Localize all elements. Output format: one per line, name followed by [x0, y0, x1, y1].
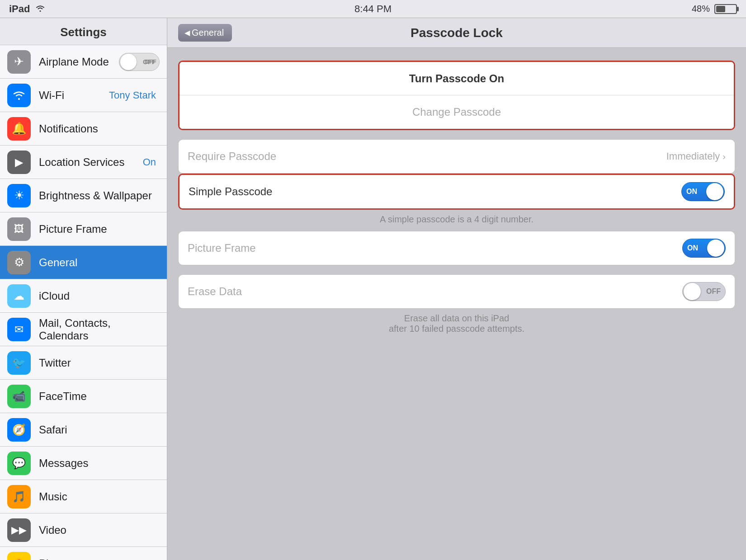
erase-data-knob: [684, 283, 701, 300]
messages-label: Messages: [39, 457, 160, 470]
sidebar-item-music[interactable]: 🎵 Music: [0, 480, 167, 513]
sidebar-item-safari[interactable]: 🧭 Safari: [0, 413, 167, 447]
picture-frame-settings-row[interactable]: Picture Frame ON: [179, 231, 735, 265]
content-title: Passcode Lock: [411, 26, 503, 40]
sidebar-title: Settings: [0, 18, 167, 45]
content-panel: General Passcode Lock Turn Passcode On C…: [167, 18, 746, 560]
sidebar: Settings ✈ Airplane Mode OFF Wi-Fi To: [0, 18, 167, 560]
content-body: Turn Passcode On Change Passcode Require…: [167, 48, 746, 560]
messages-icon: 💬: [7, 452, 31, 475]
twitter-icon: 🐦: [7, 351, 31, 375]
device-label: iPad: [9, 3, 30, 15]
sidebar-item-messages[interactable]: 💬 Messages: [0, 447, 167, 480]
mail-icon: ✉: [7, 318, 31, 341]
sidebar-item-photos[interactable]: 🌻 Photos: [0, 547, 167, 560]
brightness-label: Brightness & Wallpaper: [39, 189, 160, 202]
change-passcode-row[interactable]: Change Passcode: [179, 95, 734, 129]
picture-frame-settings-group: Picture Frame ON: [178, 231, 735, 265]
spacer1: [178, 130, 735, 139]
erase-data-desc-text: Erase all data on this iPadafter 10 fail…: [178, 309, 735, 340]
erase-data-label: Erase Data: [188, 285, 682, 298]
simple-passcode-group: Simple Passcode ON: [178, 174, 735, 210]
simple-passcode-label: Simple Passcode: [189, 185, 681, 198]
erase-data-toggle[interactable]: OFF: [682, 282, 726, 301]
require-passcode-row[interactable]: Require Passcode Immediately ›: [179, 140, 735, 173]
airplane-mode-label: Airplane Mode: [39, 56, 119, 68]
sidebar-item-wifi[interactable]: Wi-Fi Tony Stark: [0, 79, 167, 112]
time-display: 8:44 PM: [354, 3, 392, 15]
wifi-settings-icon: [7, 84, 31, 107]
status-right: 48%: [692, 4, 737, 14]
battery-percent: 48%: [692, 4, 710, 14]
sidebar-item-airplane-mode[interactable]: ✈ Airplane Mode OFF: [0, 45, 167, 79]
general-icon: ⚙: [7, 251, 31, 274]
safari-icon: 🧭: [7, 418, 31, 442]
require-passcode-group: Require Passcode Immediately ›: [178, 139, 735, 174]
require-passcode-text: Immediately: [666, 151, 720, 162]
spacer2: [178, 265, 735, 274]
sidebar-item-mail[interactable]: ✉ Mail, Contacts, Calendars: [0, 313, 167, 346]
airplane-mode-icon: ✈: [7, 50, 31, 74]
sidebar-item-picture-frame[interactable]: 🖼 Picture Frame: [0, 212, 167, 246]
twitter-label: Twitter: [39, 357, 160, 369]
wifi-icon: [35, 3, 45, 15]
change-passcode-label: Change Passcode: [189, 106, 725, 118]
picture-frame-settings-label: Picture Frame: [188, 242, 682, 254]
general-label: General: [39, 256, 160, 269]
turn-passcode-on-row[interactable]: Turn Passcode On: [179, 62, 734, 95]
picture-frame-toggle-text: ON: [687, 244, 698, 252]
battery-fill: [716, 6, 725, 12]
erase-data-description: Erase all data on this iPadafter 10 fail…: [178, 309, 735, 340]
location-value: On: [143, 156, 156, 168]
simple-passcode-description: A simple passcode is a 4 digit number.: [178, 210, 735, 231]
notifications-label: Notifications: [39, 122, 160, 135]
facetime-label: FaceTime: [39, 390, 160, 403]
main-container: Settings ✈ Airplane Mode OFF Wi-Fi To: [0, 18, 746, 560]
sidebar-item-video[interactable]: ▶▶ Video: [0, 513, 167, 547]
video-icon: ▶▶: [7, 518, 31, 542]
simple-passcode-toggle[interactable]: ON: [681, 182, 725, 201]
video-label: Video: [39, 524, 160, 536]
photos-icon: 🌻: [7, 552, 31, 560]
sidebar-item-location[interactable]: ▶ Location Services On: [0, 146, 167, 179]
picture-frame-toggle[interactable]: ON: [682, 239, 726, 258]
erase-data-group: Erase Data OFF: [178, 274, 735, 309]
wifi-value: Tony Stark: [109, 89, 156, 101]
passcode-group: Turn Passcode On Change Passcode: [178, 61, 735, 130]
turn-passcode-on-label: Turn Passcode On: [189, 72, 725, 85]
erase-data-row[interactable]: Erase Data OFF: [179, 275, 735, 308]
airplane-mode-toggle[interactable]: OFF: [119, 53, 160, 71]
sidebar-item-notifications[interactable]: 🔔 Notifications: [0, 112, 167, 146]
facetime-icon: 📹: [7, 385, 31, 408]
simple-passcode-row[interactable]: Simple Passcode ON: [179, 175, 734, 208]
sidebar-item-facetime[interactable]: 📹 FaceTime: [0, 380, 167, 413]
back-button[interactable]: General: [178, 24, 232, 42]
picture-frame-label: Picture Frame: [39, 223, 160, 235]
status-left: iPad: [9, 3, 45, 15]
sidebar-item-twitter[interactable]: 🐦 Twitter: [0, 346, 167, 380]
wifi-label: Wi-Fi: [39, 89, 109, 102]
brightness-icon: ☀: [7, 184, 31, 207]
photos-label: Photos: [39, 557, 160, 560]
toggle-knob: [120, 54, 137, 70]
music-icon: 🎵: [7, 485, 31, 508]
icloud-icon: ☁: [7, 284, 31, 308]
location-icon: ▶: [7, 151, 31, 174]
erase-data-toggle-text: OFF: [706, 287, 721, 296]
sidebar-item-brightness[interactable]: ☀ Brightness & Wallpaper: [0, 179, 167, 212]
sidebar-item-general[interactable]: ⚙ General: [0, 246, 167, 279]
content-header: General Passcode Lock: [167, 18, 746, 48]
require-passcode-chevron: ›: [722, 151, 726, 162]
notifications-icon: 🔔: [7, 117, 31, 141]
mail-label: Mail, Contacts, Calendars: [39, 317, 160, 342]
simple-passcode-desc-text: A simple passcode is a 4 digit number.: [178, 210, 735, 231]
require-passcode-label: Require Passcode: [188, 150, 666, 163]
music-label: Music: [39, 490, 160, 503]
battery-icon: [714, 4, 737, 14]
picture-frame-icon: 🖼: [7, 217, 31, 241]
status-bar: iPad 8:44 PM 48%: [0, 0, 746, 18]
simple-passcode-knob: [706, 183, 723, 200]
sidebar-item-icloud[interactable]: ☁ iCloud: [0, 279, 167, 313]
icloud-label: iCloud: [39, 290, 160, 302]
safari-label: Safari: [39, 424, 160, 436]
